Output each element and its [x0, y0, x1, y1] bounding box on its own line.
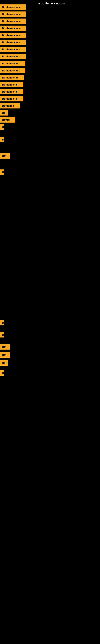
button-row-5: Bottleneck resu	[0, 32, 26, 38]
button-row-26: Bo	[0, 360, 8, 366]
button-row-10: Bottleneck res	[0, 68, 25, 73]
button-row-9: Bottleneck res	[0, 61, 25, 66]
btn-3[interactable]: Bottleneck resu	[0, 18, 26, 24]
button-row-16: Bo	[0, 110, 8, 116]
btn-17[interactable]: Bottler	[0, 117, 15, 122]
btn-27[interactable]: B	[0, 370, 4, 376]
button-row-25: Bot	[0, 352, 10, 358]
button-row-6: Bottleneck resu	[0, 40, 26, 45]
btn-14[interactable]: Bottleneck r	[0, 96, 23, 102]
btn-21[interactable]: B	[0, 170, 4, 175]
btn-22[interactable]: B	[0, 320, 4, 326]
btn-9[interactable]: Bottleneck res	[0, 61, 25, 66]
btn-24[interactable]: Bot	[0, 344, 10, 350]
button-row-11: Bottleneck re	[0, 75, 24, 80]
btn-20[interactable]: Bot	[0, 153, 10, 158]
button-row-4: Bottleneck resu	[0, 26, 26, 31]
button-row-19: B	[0, 137, 4, 142]
button-row-22: B	[0, 320, 4, 326]
button-row-13: Bottleneck r	[0, 89, 23, 94]
btn-8[interactable]: Bottleneck resu	[0, 54, 26, 59]
button-row-24: Bot	[0, 344, 10, 350]
button-row-27: B	[0, 370, 4, 376]
btn-26[interactable]: Bo	[0, 360, 8, 366]
btn-25[interactable]: Bot	[0, 352, 10, 358]
btn-2[interactable]: Bottleneck resu	[0, 12, 26, 17]
button-row-18: B	[0, 124, 4, 130]
btn-23[interactable]: B	[0, 332, 4, 338]
button-row-21: B	[0, 170, 4, 175]
button-row-15: Bottlenec	[0, 103, 20, 108]
btn-19[interactable]: B	[0, 137, 4, 142]
btn-5[interactable]: Bottleneck resu	[0, 32, 26, 38]
button-row-23: B	[0, 332, 4, 338]
button-row-8: Bottleneck resu	[0, 54, 26, 59]
button-row-20: Bot	[0, 153, 10, 158]
btn-10[interactable]: Bottleneck res	[0, 68, 25, 73]
btn-16[interactable]: Bo	[0, 110, 8, 116]
button-row-14: Bottleneck r	[0, 96, 23, 102]
btn-12[interactable]: Bottleneck r	[0, 82, 23, 87]
button-row-3: Bottleneck resu	[0, 18, 26, 24]
btn-11[interactable]: Bottleneck re	[0, 75, 24, 80]
button-row-7: Bottleneck resu	[0, 47, 26, 52]
button-row-17: Bottler	[0, 117, 15, 122]
btn-15[interactable]: Bottlenec	[0, 103, 20, 108]
btn-6[interactable]: Bottleneck resu	[0, 40, 26, 45]
button-row-2: Bottleneck resu	[0, 12, 26, 17]
btn-13[interactable]: Bottleneck r	[0, 89, 23, 94]
btn-7[interactable]: Bottleneck resu	[0, 47, 26, 52]
btn-1[interactable]: Bottleneck resu	[0, 4, 26, 10]
btn-4[interactable]: Bottleneck resu	[0, 26, 26, 31]
button-row-12: Bottleneck r	[0, 82, 23, 87]
button-row-1: Bottleneck resu	[0, 4, 26, 10]
btn-18[interactable]: B	[0, 124, 4, 130]
